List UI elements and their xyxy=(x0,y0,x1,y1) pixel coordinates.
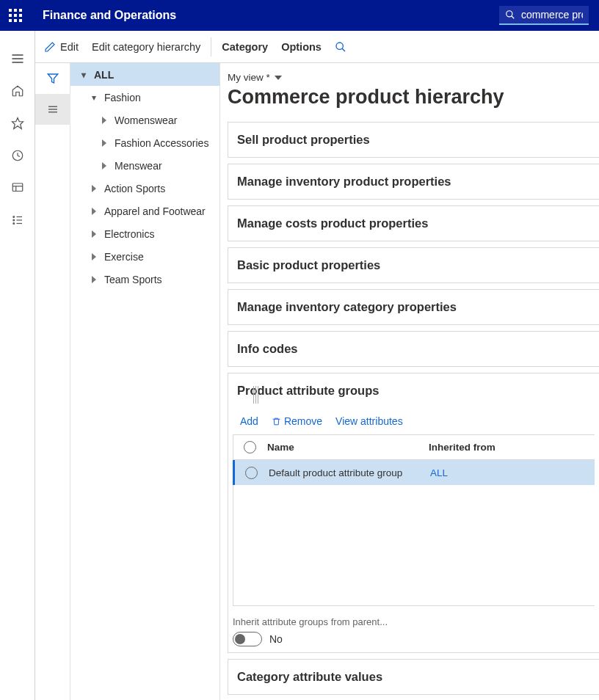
tree-item-label: Fashion Accessories xyxy=(115,137,208,149)
tree-item-label: Exercise xyxy=(104,251,144,263)
favorites-icon[interactable] xyxy=(0,107,35,139)
toolbar-divider xyxy=(211,37,211,56)
fasttab-infocodes[interactable]: Info codes xyxy=(228,331,599,367)
col-header-inherited[interactable]: Inherited from xyxy=(429,442,595,453)
caret-down-icon[interactable] xyxy=(90,92,98,103)
edit-hierarchy-button[interactable]: Edit category hierarchy xyxy=(92,41,200,53)
view-attributes-button[interactable]: View attributes xyxy=(335,415,403,427)
tree-item-exercise[interactable]: Exercise xyxy=(70,245,219,268)
caret-right-icon[interactable] xyxy=(90,185,98,192)
svg-point-11 xyxy=(12,219,14,221)
hamburger-icon[interactable] xyxy=(0,43,35,75)
filter-rail xyxy=(35,63,70,700)
options-button[interactable]: Options xyxy=(281,41,322,53)
tree-item-team-sports[interactable]: Team Sports xyxy=(70,268,219,291)
fasttab-basic[interactable]: Basic product properties xyxy=(228,247,599,283)
pane-resize-handle[interactable] xyxy=(253,386,261,404)
tree-item-label: Team Sports xyxy=(104,274,162,285)
inherit-toggle[interactable] xyxy=(233,632,262,646)
inherit-toggle-label: Inherit attribute groups from parent... xyxy=(233,616,595,627)
tree-item-label: Electronics xyxy=(104,228,154,240)
cell-name: Default product attribute group xyxy=(267,467,430,478)
edit-button[interactable]: Edit xyxy=(44,41,79,53)
view-selector[interactable]: My view * xyxy=(228,72,599,83)
svg-point-10 xyxy=(12,216,14,218)
tree-item-label: ALL xyxy=(94,69,114,81)
global-search[interactable] xyxy=(499,6,589,25)
category-button[interactable]: Category xyxy=(222,41,268,53)
toolbar-search-button[interactable] xyxy=(335,41,346,53)
caret-right-icon[interactable] xyxy=(90,253,98,260)
chevron-down-icon xyxy=(275,76,282,80)
filter-icon[interactable] xyxy=(35,63,70,94)
app-launcher-icon[interactable] xyxy=(9,9,22,22)
row-select-radio[interactable] xyxy=(235,467,267,479)
left-nav-rail xyxy=(0,31,35,700)
tree-item-action-sports[interactable]: Action Sports xyxy=(70,177,219,200)
tree-item-menswear[interactable]: Menswear xyxy=(70,154,219,177)
tree-item-label: Apparel and Footwear xyxy=(104,205,206,217)
home-icon[interactable] xyxy=(0,75,35,107)
caret-right-icon[interactable] xyxy=(90,208,98,215)
main-pane: My view * Commerce product hierarchy Sel… xyxy=(220,63,599,700)
fasttab-category-attr-values[interactable]: Category attribute values xyxy=(228,659,599,695)
modules-icon[interactable] xyxy=(0,204,35,236)
edit-hierarchy-label: Edit category hierarchy xyxy=(92,41,200,53)
options-label: Options xyxy=(281,41,322,53)
fasttab-costs[interactable]: Manage costs product properties xyxy=(228,205,599,241)
inherit-toggle-value: No xyxy=(269,633,283,645)
svg-point-12 xyxy=(12,223,14,225)
fasttab-sell[interactable]: Sell product properties xyxy=(228,122,599,158)
attribute-groups-grid: Name Inherited from Default product attr… xyxy=(233,434,595,606)
category-tree: ALLFashionWomenswearFashion AccessoriesM… xyxy=(70,63,220,700)
tree-item-label: Action Sports xyxy=(104,183,165,194)
caret-right-icon[interactable] xyxy=(100,139,109,147)
tree-item-label: Fashion xyxy=(104,92,141,103)
select-all-radio[interactable] xyxy=(233,441,266,453)
remove-button[interactable]: Remove xyxy=(272,415,322,427)
table-row[interactable]: Default product attribute group ALL xyxy=(233,460,595,485)
svg-marker-18 xyxy=(48,74,58,83)
cell-inherited[interactable]: ALL xyxy=(430,467,595,478)
tree-item-label: Menswear xyxy=(115,160,162,172)
page-title: Commerce product hierarchy xyxy=(228,86,599,109)
caret-right-icon[interactable] xyxy=(100,117,109,124)
search-icon xyxy=(505,10,515,20)
list-view-toggle[interactable] xyxy=(35,94,70,125)
tree-item-fashion-accessories[interactable]: Fashion Accessories xyxy=(70,131,219,154)
edit-label: Edit xyxy=(60,41,79,53)
category-label: Category xyxy=(222,41,268,53)
brand-title: Finance and Operations xyxy=(43,9,176,22)
caret-down-icon[interactable] xyxy=(79,70,88,80)
svg-line-1 xyxy=(512,16,515,19)
col-header-name[interactable]: Name xyxy=(266,442,429,453)
svg-marker-5 xyxy=(12,118,23,129)
caret-right-icon[interactable] xyxy=(100,162,109,169)
tree-item-label: Womenswear xyxy=(115,114,177,126)
fasttab-attribute-groups-body: Add Remove View attributes Na xyxy=(228,408,599,653)
workspaces-icon[interactable] xyxy=(0,172,35,204)
action-toolbar: Edit Edit category hierarchy Category Op… xyxy=(35,31,599,63)
svg-point-0 xyxy=(507,11,512,17)
view-label-text: My view * xyxy=(228,72,270,83)
caret-right-icon[interactable] xyxy=(90,276,98,283)
add-button[interactable]: Add xyxy=(240,415,258,427)
remove-label: Remove xyxy=(284,415,322,427)
tree-item-womenswear[interactable]: Womenswear xyxy=(70,109,219,131)
svg-line-17 xyxy=(342,48,345,51)
recent-icon[interactable] xyxy=(0,139,35,172)
fasttab-inventory-category[interactable]: Manage inventory category properties xyxy=(228,289,599,325)
tree-item-all[interactable]: ALL xyxy=(70,63,219,86)
tree-item-fashion[interactable]: Fashion xyxy=(70,86,219,109)
trash-icon xyxy=(272,417,281,426)
global-search-input[interactable] xyxy=(521,9,583,21)
svg-rect-7 xyxy=(12,183,23,192)
tree-item-electronics[interactable]: Electronics xyxy=(70,222,219,245)
fasttab-attribute-groups[interactable]: Product attribute groups xyxy=(228,373,599,408)
tree-item-apparel-and-footwear[interactable]: Apparel and Footwear xyxy=(70,200,219,222)
fasttab-inventory-product[interactable]: Manage inventory product properties xyxy=(228,164,599,200)
svg-point-16 xyxy=(336,43,343,49)
caret-right-icon[interactable] xyxy=(90,230,98,238)
